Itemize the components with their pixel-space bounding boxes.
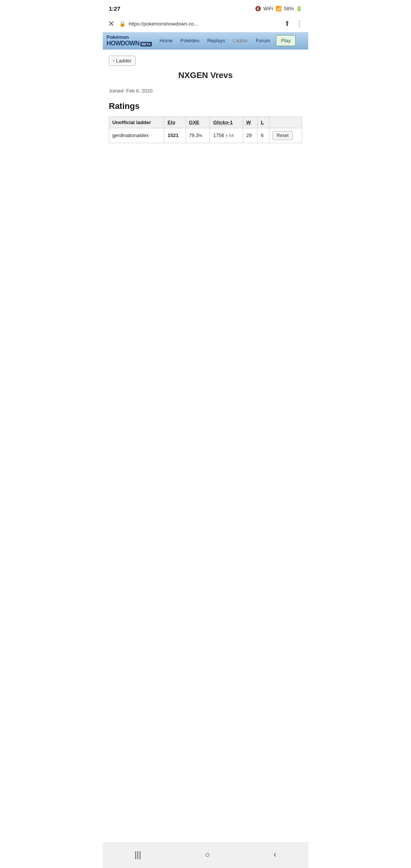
url-bar[interactable]: https://pokemonshowdown.co... bbox=[129, 21, 280, 27]
nav-pokedex[interactable]: Pokédex bbox=[177, 34, 204, 47]
cell-gxe: 79.3% bbox=[186, 128, 210, 143]
browser-chrome: ✕ 🔒 https://pokemonshowdown.co... ⬆ ⋮ bbox=[103, 15, 308, 32]
battery-icon: 🔋 bbox=[296, 6, 302, 11]
share-button[interactable]: ⬆ bbox=[283, 18, 292, 29]
nav-replays[interactable]: Replays bbox=[203, 34, 229, 47]
col-elo[interactable]: Elo bbox=[164, 116, 186, 128]
col-gxe[interactable]: GXE bbox=[186, 116, 210, 128]
page-title: NXGEN Vrevs bbox=[109, 70, 302, 80]
reset-button[interactable]: Reset bbox=[272, 131, 293, 140]
back-to-ladder-button[interactable]: ‹ Ladder bbox=[109, 56, 135, 66]
cell-losses: 6 bbox=[258, 128, 269, 143]
ratings-table: Unofficial ladder Elo GXE Glicko-1 W L g… bbox=[109, 116, 302, 143]
col-ladder: Unofficial ladder bbox=[109, 116, 164, 128]
nav-links: Home Pokédex Replays Ladder Forum Play bbox=[156, 34, 298, 48]
nav-play-button[interactable]: Play bbox=[276, 35, 295, 46]
battery-text: 58% bbox=[284, 6, 294, 11]
mute-icon: 🔇 bbox=[255, 6, 261, 11]
col-wins[interactable]: W bbox=[243, 116, 257, 128]
status-icons: 🔇 WiFi 📶 58% 🔋 bbox=[255, 6, 302, 11]
site-logo[interactable]: Pokémon HOWDOWN BETA bbox=[103, 32, 156, 49]
cell-elo: 1521 bbox=[164, 128, 186, 143]
cell-wins: 29 bbox=[243, 128, 257, 143]
browser-menu-button[interactable]: ⋮ bbox=[295, 18, 304, 29]
col-actions bbox=[269, 116, 302, 128]
lock-icon: 🔒 bbox=[119, 21, 126, 27]
nav-ladder[interactable]: Ladder bbox=[229, 34, 252, 47]
joined-info: Joined: Feb 8, 2020 bbox=[109, 88, 302, 94]
glicko-pm: ± 54 bbox=[226, 133, 234, 138]
status-bar: 1:27 🔇 WiFi 📶 58% 🔋 bbox=[103, 0, 308, 15]
page-content: ‹ Ladder NXGEN Vrevs Joined: Feb 8, 2020… bbox=[103, 49, 308, 149]
signal-icon: 📶 bbox=[276, 6, 282, 11]
beta-badge: BETA bbox=[140, 42, 152, 46]
site-navigation: Pokémon HOWDOWN BETA Home Pokédex Replay… bbox=[103, 32, 308, 49]
nav-home[interactable]: Home bbox=[156, 34, 177, 47]
joined-label: Joined: bbox=[109, 88, 125, 94]
cell-glicko: 1756 ± 54 bbox=[210, 128, 243, 143]
back-label: Ladder bbox=[116, 58, 131, 64]
table-row: gen8nationaldex 1521 79.3% 1756 ± 54 29 … bbox=[109, 128, 302, 143]
chevron-left-icon: ‹ bbox=[113, 58, 115, 63]
logo-pokemon-text: Pokémon bbox=[107, 35, 152, 40]
cell-ladder-name: gen8nationaldex bbox=[109, 128, 164, 143]
col-losses[interactable]: L bbox=[258, 116, 269, 128]
status-time: 1:27 bbox=[109, 5, 120, 12]
col-glicko[interactable]: Glicko-1 bbox=[210, 116, 243, 128]
nav-forum[interactable]: Forum bbox=[252, 34, 274, 47]
wifi-icon: WiFi bbox=[263, 6, 273, 11]
cell-reset[interactable]: Reset bbox=[269, 128, 302, 143]
ratings-section-title: Ratings bbox=[109, 101, 302, 111]
close-tab-button[interactable]: ✕ bbox=[107, 18, 116, 30]
joined-date: Feb 8, 2020 bbox=[126, 88, 153, 94]
table-header-row: Unofficial ladder Elo GXE Glicko-1 W L bbox=[109, 116, 302, 128]
logo-howdown-text: HOWDOWN BETA bbox=[107, 40, 152, 47]
